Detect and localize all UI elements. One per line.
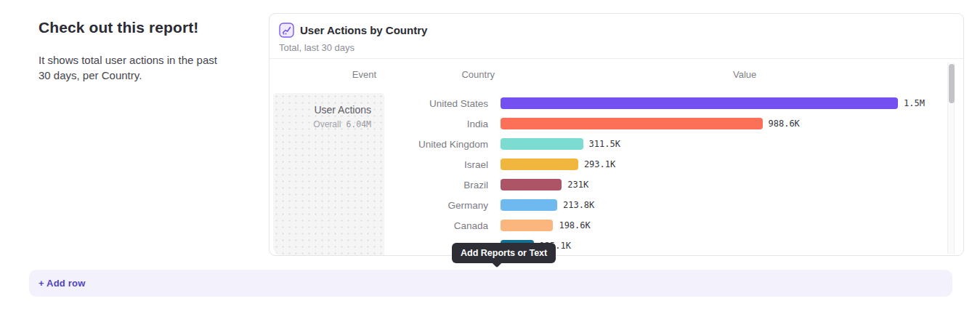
value-label: 231K xyxy=(567,180,588,190)
value-label: 213.8K xyxy=(563,200,594,210)
chart-row: India988.6K xyxy=(384,113,953,134)
country-label: Germany xyxy=(384,200,501,211)
event-aggregation: Overall6.04M xyxy=(273,119,371,129)
add-row-label: + Add row xyxy=(39,278,86,289)
value-bar[interactable] xyxy=(501,179,562,190)
column-header-value: Value xyxy=(733,69,756,80)
report-card-header: User Actions by Country Total, last 30 d… xyxy=(270,14,963,59)
event-name: User Actions xyxy=(273,104,371,116)
report-subtitle: Total, last 30 days xyxy=(279,42,954,53)
value-bar[interactable] xyxy=(501,118,763,129)
add-reports-tooltip: Add Reports or Text xyxy=(452,243,556,263)
column-headers: Event Country Value xyxy=(270,60,963,89)
column-header-country: Country xyxy=(384,69,501,80)
country-label: Israel xyxy=(384,159,501,170)
country-label: Brazil xyxy=(384,180,501,190)
chart-row: Brazil231K xyxy=(384,174,953,195)
country-label: United States xyxy=(384,98,501,109)
text-card: Check out this report! It shows total us… xyxy=(39,19,227,83)
chart-row: Germany213.8K xyxy=(384,195,953,215)
value-bar[interactable] xyxy=(501,97,898,109)
value-bar[interactable] xyxy=(501,138,583,150)
text-card-heading: Check out this report! xyxy=(39,19,227,36)
event-cell[interactable]: User Actions Overall6.04M xyxy=(273,93,384,255)
tooltip-label: Add Reports or Text xyxy=(461,248,547,258)
report-card[interactable]: User Actions by Country Total, last 30 d… xyxy=(269,13,964,256)
value-label: 198.6K xyxy=(559,220,590,230)
value-bar[interactable] xyxy=(501,199,557,211)
value-label: 293.1K xyxy=(584,159,615,169)
value-label: 1.5M xyxy=(904,98,925,108)
country-label: India xyxy=(384,119,501,129)
value-bar[interactable] xyxy=(501,158,578,170)
chart-row: United States1.5M xyxy=(384,93,953,113)
value-label: 988.6K xyxy=(769,119,800,129)
line-chart-icon xyxy=(279,23,294,38)
report-title[interactable]: User Actions by Country xyxy=(300,24,427,36)
column-header-event: Event xyxy=(273,69,384,80)
text-card-body: It shows total user actions in the past … xyxy=(39,52,227,83)
chart-rows: United States1.5MIndia988.6KUnited Kingd… xyxy=(384,93,953,256)
bar-chart: Event Country Value User Actions Overall… xyxy=(270,60,963,255)
event-aggregation-label: Overall xyxy=(313,119,341,129)
scrollbar-track[interactable] xyxy=(947,63,955,254)
add-row-button[interactable]: + Add row xyxy=(29,270,952,297)
chart-row: Canada198.6K xyxy=(384,215,953,236)
scrollbar-thumb[interactable] xyxy=(949,64,955,103)
dashboard-page: Check out this report! It shows total us… xyxy=(0,0,980,317)
event-total: 6.04M xyxy=(346,119,371,129)
value-bar[interactable] xyxy=(501,220,553,231)
chart-row: United Kingdom311.5K xyxy=(384,134,953,154)
chart-row: Israel293.1K xyxy=(384,154,953,174)
value-label: 311.5K xyxy=(589,139,620,149)
country-label: United Kingdom xyxy=(384,139,501,150)
country-label: Canada xyxy=(384,220,501,231)
